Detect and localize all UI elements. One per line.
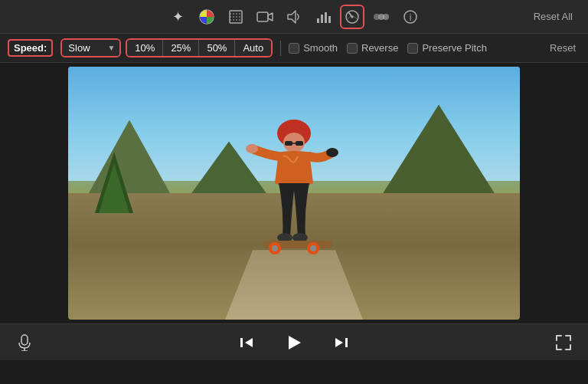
speed-reset-button[interactable]: Reset [545,41,580,55]
playback-bar [0,323,588,360]
magic-wand-icon[interactable]: ✦ [165,5,190,29]
preserve-pitch-label: Preserve Pitch [422,42,487,54]
smooth-checkbox[interactable] [289,43,299,54]
speedometer-icon[interactable] [340,5,364,29]
svg-rect-8 [317,18,319,23]
svg-rect-9 [321,15,323,23]
svg-marker-6 [268,13,273,21]
preset-50-button[interactable]: 50% [199,40,235,56]
preserve-pitch-option[interactable]: Preserve Pitch [407,42,487,54]
svg-point-25 [326,148,338,157]
video-area [0,63,588,323]
speed-label: Speed: [8,39,53,57]
info-icon[interactable]: i [398,5,423,29]
smooth-label: Smooth [303,42,338,54]
svg-rect-35 [21,335,28,345]
svg-rect-11 [328,16,331,23]
speed-presets: 10% 25% 50% Auto [126,38,273,57]
audio-icon[interactable] [282,5,306,29]
camera-icon[interactable] [253,5,277,29]
svg-rect-21 [285,141,292,146]
preset-auto-button[interactable]: Auto [235,40,271,56]
reverse-label: Reverse [361,42,398,54]
svg-marker-41 [335,338,343,347]
speed-select-wrapper[interactable]: Slow Normal Fast Custom ▼ [60,38,121,57]
svg-point-24 [246,144,258,153]
play-button[interactable] [282,330,306,355]
video-frame [68,67,520,320]
svg-text:i: i [410,12,412,23]
speed-select[interactable]: Slow Normal Fast Custom [62,40,119,56]
color-wheel-icon[interactable] [194,5,219,29]
svg-marker-7 [288,11,296,23]
preset-10-button[interactable]: 10% [127,40,163,56]
fullscreen-button[interactable] [551,330,576,355]
svg-point-30 [272,245,278,251]
skip-back-button[interactable] [234,330,259,355]
reset-all-button[interactable]: Reset All [528,8,579,25]
divider-1 [280,41,281,56]
preserve-pitch-checkbox[interactable] [407,43,418,54]
svg-rect-39 [240,338,243,347]
equalizer-icon[interactable] [311,5,335,29]
smooth-option[interactable]: Smooth [289,42,338,54]
svg-rect-5 [257,12,268,21]
video-placeholder [68,67,520,320]
svg-rect-22 [296,141,303,146]
trees-left [91,152,137,213]
svg-point-32 [310,245,316,251]
top-toolbar: ✦ [0,0,588,34]
svg-marker-38 [245,338,253,347]
skater-figure [237,110,351,264]
preset-25-button[interactable]: 25% [163,40,199,56]
crop-icon[interactable] [224,5,248,29]
skip-forward-button[interactable] [329,330,354,355]
reverse-checkbox[interactable] [347,43,358,54]
filter-icon[interactable] [369,5,394,29]
svg-marker-40 [289,336,301,350]
speed-toolbar: Speed: Slow Normal Fast Custom ▼ 10% 25%… [0,34,588,63]
svg-point-16 [383,14,389,20]
reverse-option[interactable]: Reverse [347,42,398,54]
svg-rect-10 [325,12,327,23]
microphone-button[interactable] [12,330,37,355]
svg-rect-42 [345,338,348,347]
